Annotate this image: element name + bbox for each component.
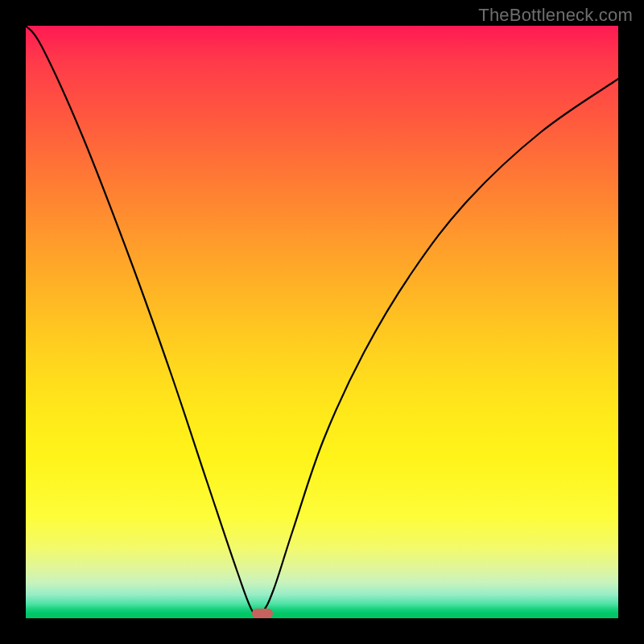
plot-area (26, 26, 618, 618)
dip-marker (252, 609, 273, 618)
bottleneck-curve (26, 26, 618, 618)
watermark-text: TheBottleneck.com (478, 5, 633, 26)
chart-frame: TheBottleneck.com (0, 0, 644, 644)
